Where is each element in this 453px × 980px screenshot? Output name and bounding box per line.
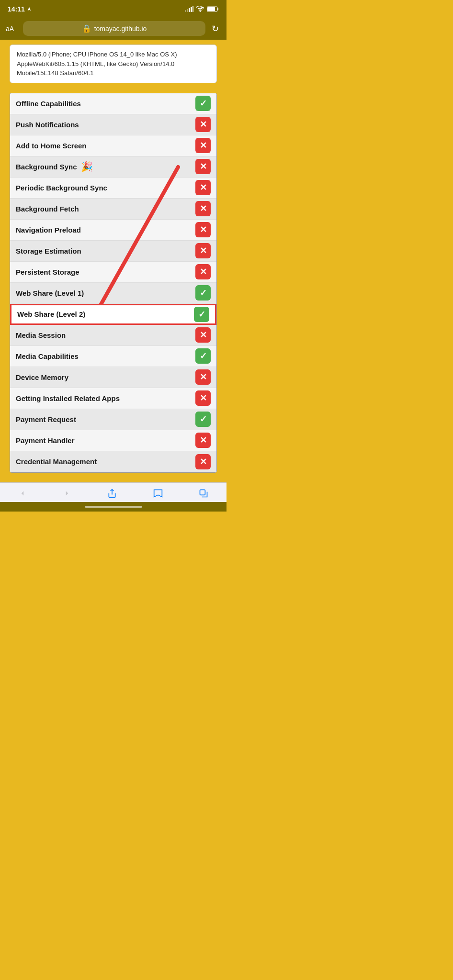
feature-status-icon: ✕	[195, 222, 211, 237]
feature-status-icon: ✕	[195, 138, 211, 153]
feature-status-icon: ✕	[195, 117, 211, 132]
table-row: Navigation Preload✕	[10, 220, 216, 241]
features-table-outer: Offline Capabilities✓Push Notifications✕…	[0, 88, 226, 482]
status-time: 14:11	[8, 5, 32, 13]
feature-name: Push Notifications	[16, 121, 195, 129]
feature-name: Payment Handler	[16, 436, 195, 445]
table-row: Credential Management✕	[10, 451, 216, 472]
font-size-button[interactable]: aA	[6, 25, 19, 33]
wifi-icon	[196, 6, 204, 12]
feature-status-icon: ✕	[195, 264, 211, 279]
feature-name: Getting Installed Related Apps	[16, 394, 195, 402]
forward-button[interactable]	[55, 487, 79, 500]
location-icon	[27, 7, 32, 11]
feature-status-icon: ✓	[195, 285, 211, 301]
user-agent-block: Mozilla/5.0 (iPhone; CPU iPhone OS 14_0 …	[10, 45, 217, 83]
feature-name: Add to Home Screen	[16, 142, 195, 150]
status-bar: 14:11	[0, 0, 226, 17]
table-row: Getting Installed Related Apps✕	[10, 388, 216, 409]
svg-rect-2	[189, 8, 190, 12]
table-row: Media Session✕	[10, 325, 216, 346]
signal-icon	[185, 6, 193, 12]
feature-name: Background Fetch	[16, 205, 195, 213]
table-row: Payment Request✓	[10, 409, 216, 430]
feature-name: Media Capabilities	[16, 352, 195, 360]
features-table: Offline Capabilities✓Push Notifications✕…	[10, 93, 217, 473]
feature-name: Periodic Background Sync	[16, 184, 195, 192]
table-row: Web Share (Level 2)✓	[10, 304, 216, 325]
bottom-nav	[0, 482, 226, 502]
feature-status-icon: ✓	[194, 307, 209, 322]
status-icons	[185, 6, 219, 12]
svg-rect-7	[207, 7, 215, 11]
feature-name: Web Share (Level 2)	[17, 310, 194, 318]
feature-name: Offline Capabilities	[16, 100, 195, 108]
feature-emoji: 🎉	[81, 161, 93, 172]
svg-rect-3	[191, 7, 192, 12]
share-button[interactable]	[100, 487, 125, 500]
svg-rect-6	[217, 8, 218, 10]
table-row: Web Share (Level 1)✓	[10, 283, 216, 304]
table-row: Media Capabilities✓	[10, 346, 216, 367]
feature-name: Persistent Storage	[16, 268, 195, 276]
url-bar[interactable]: 🔒 tomayac.github.io	[23, 21, 205, 36]
reload-button[interactable]: ↻	[209, 23, 221, 34]
feature-status-icon: ✕	[195, 390, 211, 406]
table-row: Payment Handler✕	[10, 430, 216, 451]
feature-status-icon: ✕	[195, 201, 211, 216]
svg-rect-11	[200, 490, 205, 495]
feature-status-icon: ✓	[195, 348, 211, 364]
table-row: Background Fetch✕	[10, 199, 216, 220]
table-row: Storage Estimation✕	[10, 241, 216, 262]
feature-status-icon: ✕	[195, 327, 211, 343]
feature-name: Credential Management	[16, 457, 195, 466]
back-button[interactable]	[11, 487, 34, 500]
table-row: Device Memory✕	[10, 367, 216, 388]
table-row: Push Notifications✕	[10, 114, 216, 135]
feature-name: Media Session	[16, 331, 195, 339]
tabs-button[interactable]	[191, 487, 216, 500]
feature-name: Payment Request	[16, 415, 195, 423]
bookmarks-button[interactable]	[146, 487, 170, 500]
time-label: 14:11	[8, 5, 25, 13]
svg-rect-4	[193, 6, 193, 12]
feature-name: Navigation Preload	[16, 226, 195, 234]
url-text: tomayac.github.io	[94, 25, 147, 33]
svg-rect-0	[185, 10, 186, 12]
feature-status-icon: ✓	[195, 412, 211, 427]
user-agent-text: Mozilla/5.0 (iPhone; CPU iPhone OS 14_0 …	[17, 51, 177, 77]
feature-name: Storage Estimation	[16, 247, 195, 255]
feature-status-icon: ✕	[195, 159, 211, 174]
feature-status-icon: ✕	[195, 243, 211, 258]
lock-icon: 🔒	[82, 24, 91, 33]
feature-name: Device Memory	[16, 373, 195, 381]
home-bar	[85, 506, 142, 508]
table-row: Background Sync🎉✕	[10, 156, 216, 178]
table-row: Add to Home Screen✕	[10, 135, 216, 156]
feature-status-icon: ✕	[195, 180, 211, 195]
table-row: Periodic Background Sync✕	[10, 178, 216, 199]
feature-status-icon: ✕	[195, 454, 211, 469]
feature-name: Background Sync🎉	[16, 161, 195, 172]
svg-rect-1	[187, 9, 188, 12]
feature-name: Web Share (Level 1)	[16, 289, 195, 297]
battery-icon	[207, 6, 219, 12]
address-bar: aA 🔒 tomayac.github.io ↻	[0, 17, 226, 40]
feature-status-icon: ✕	[195, 369, 211, 385]
table-row: Persistent Storage✕	[10, 262, 216, 283]
table-row: Offline Capabilities✓	[10, 93, 216, 114]
feature-status-icon: ✓	[195, 96, 211, 111]
home-indicator	[0, 502, 226, 512]
feature-status-icon: ✕	[195, 433, 211, 448]
